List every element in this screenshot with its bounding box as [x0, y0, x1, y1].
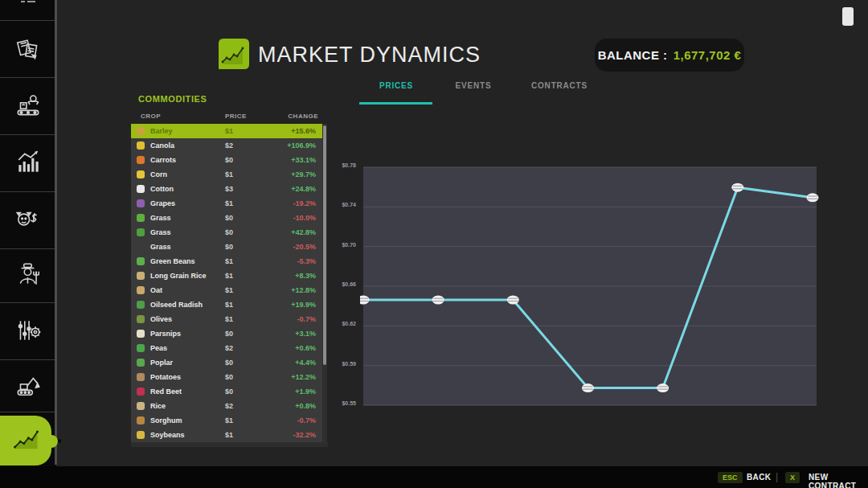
crop-icon — [137, 272, 145, 280]
commodity-row-grass[interactable]: Grass$0-20.5% — [131, 240, 322, 254]
new-contract-button[interactable]: NEW CONTRACT — [809, 473, 868, 488]
commodity-row-grass[interactable]: Grass$0+42.8% — [131, 225, 322, 240]
crop-price: $1 — [225, 283, 233, 297]
crop-icon — [137, 301, 145, 309]
sidebar — [0, 0, 56, 466]
sidebar-item-statistics[interactable] — [0, 135, 56, 190]
crop-icon — [137, 156, 145, 164]
crop-icon — [137, 286, 145, 294]
crop-icon — [137, 170, 145, 178]
active-tab-underline — [359, 102, 432, 105]
crop-icon — [137, 141, 145, 150]
commodity-row-poplar[interactable]: Poplar$0+4.4% — [131, 355, 322, 370]
excavator-icon — [14, 371, 43, 400]
crop-change: +15.6% — [291, 124, 316, 138]
hint-separator: | — [776, 471, 778, 482]
tab-contracts[interactable]: CONTRACTS — [531, 81, 588, 90]
commodity-row-oat[interactable]: Oat$1+12.8% — [131, 283, 322, 297]
crop-change: +8.3% — [295, 269, 316, 283]
sidebar-item-market-dynamics[interactable] — [0, 416, 51, 465]
crop-price: $2 — [225, 138, 233, 153]
commodity-row-cotton[interactable]: Cotton$3+24.8% — [131, 182, 322, 196]
list-scrollbar-track — [322, 124, 327, 442]
back-button[interactable]: BACK — [747, 473, 772, 482]
sidebar-item-production[interactable] — [0, 78, 56, 133]
data-point-marker — [432, 296, 444, 305]
crop-price: $0 — [225, 225, 233, 240]
crop-price: $2 — [225, 341, 233, 355]
esc-key-badge[interactable]: ESC — [718, 472, 743, 483]
crop-name: Long Grain Rice — [150, 269, 207, 283]
crop-price: $0 — [225, 326, 233, 341]
crop-price: $1 — [225, 269, 233, 283]
tab-events[interactable]: EVENTS — [456, 81, 492, 90]
documents-icon — [14, 35, 43, 64]
tab-prices[interactable]: PRICES — [379, 81, 413, 90]
crop-change: +19.9% — [291, 297, 316, 312]
list-scrollbar-thumb[interactable] — [323, 125, 326, 365]
crop-name: Rice — [150, 399, 166, 413]
commodity-row-olives[interactable]: Olives$1-0.7% — [131, 312, 322, 326]
animal-dollar-icon — [14, 205, 43, 234]
crop-name: Red Beet — [150, 384, 182, 399]
commodity-row-carrots[interactable]: Carrots$0+33.1% — [131, 153, 322, 167]
sidebar-item-settings[interactable] — [0, 303, 56, 358]
crop-name: Oilseed Radish — [150, 297, 203, 312]
crop-price: $1 — [225, 167, 233, 182]
commodity-row-rice[interactable]: Rice$2+0.8% — [131, 399, 322, 413]
commodity-row-oilseed-radish[interactable]: Oilseed Radish$1+19.9% — [131, 297, 322, 312]
crop-name: Parsnips — [150, 326, 181, 341]
crop-price: $0 — [225, 355, 233, 370]
crop-change: +12.8% — [291, 283, 316, 297]
crop-name: Soybeans — [150, 428, 185, 442]
sidebar-item-animal-sales[interactable] — [0, 192, 56, 247]
crop-icon — [137, 373, 145, 381]
crop-name: Poplar — [150, 355, 173, 370]
commodity-row-barley[interactable]: Barley$1+15.6% — [131, 124, 322, 138]
sidebar-rail — [55, 0, 57, 465]
commodity-row-canola[interactable]: Canola$2+106.9% — [131, 138, 322, 153]
y-axis-tick-label: $0.62 — [332, 321, 356, 326]
sidebar-item-vehicles[interactable] — [0, 358, 56, 412]
sidebar-item-farmer[interactable] — [0, 248, 56, 302]
crop-icon — [137, 359, 145, 367]
crop-icon — [137, 330, 145, 338]
commodity-row-grapes[interactable]: Grapes$1-19.2% — [131, 196, 322, 211]
sidebar-item-contracts[interactable] — [0, 23, 56, 77]
column-header-crop: CROP — [141, 113, 161, 120]
crop-icon — [137, 127, 145, 135]
production-icon — [14, 91, 43, 120]
crop-icon-empty — [137, 243, 145, 251]
crop-price: $0 — [225, 370, 233, 384]
commodities-title: COMMODITIES — [138, 94, 207, 104]
commodity-row-peas[interactable]: Peas$2+0.6% — [131, 341, 322, 355]
commodity-row-parsnips[interactable]: Parsnips$0+3.1% — [131, 326, 322, 341]
commodity-row-potatoes[interactable]: Potatoes$0+12.2% — [131, 370, 322, 384]
column-header-price: PRICE — [225, 113, 247, 120]
crop-name: Grass — [150, 240, 171, 254]
crop-price: $1 — [225, 254, 233, 269]
crop-price: $1 — [225, 124, 233, 138]
crop-name: Barley — [150, 124, 173, 138]
balance-label: BALANCE : — [598, 48, 668, 62]
crop-change: -19.2% — [293, 196, 316, 211]
commodities-list: Barley$1+15.6%Canola$2+106.9%Carrots$0+3… — [131, 124, 322, 442]
commodity-row-corn[interactable]: Corn$1+29.7% — [131, 167, 322, 182]
commodity-row-sorghum[interactable]: Sorghum$1-0.7% — [131, 413, 322, 428]
crop-name: Sorghum — [150, 413, 182, 428]
crop-name: Carrots — [150, 153, 176, 167]
commodity-row-long-grain-rice[interactable]: Long Grain Rice$1+8.3% — [131, 269, 322, 283]
commodity-row-grass[interactable]: Grass$0-10.0% — [131, 211, 322, 225]
x-key-badge[interactable]: X — [785, 472, 800, 483]
commodity-row-red-beet[interactable]: Red Beet$0+1.9% — [131, 384, 322, 399]
crop-price: $3 — [225, 182, 233, 196]
commodity-row-green-beans[interactable]: Green Beans$1-5.3% — [131, 254, 322, 269]
crop-icon — [137, 402, 145, 410]
crop-price: $2 — [225, 399, 233, 413]
farmer-icon — [14, 260, 43, 289]
crop-change: +0.8% — [295, 399, 316, 413]
crop-icon — [137, 214, 145, 222]
commodity-row-soybeans[interactable]: Soybeans$1-32.2% — [131, 428, 322, 442]
crop-price: $0 — [225, 153, 233, 167]
crop-price: $1 — [225, 196, 233, 211]
